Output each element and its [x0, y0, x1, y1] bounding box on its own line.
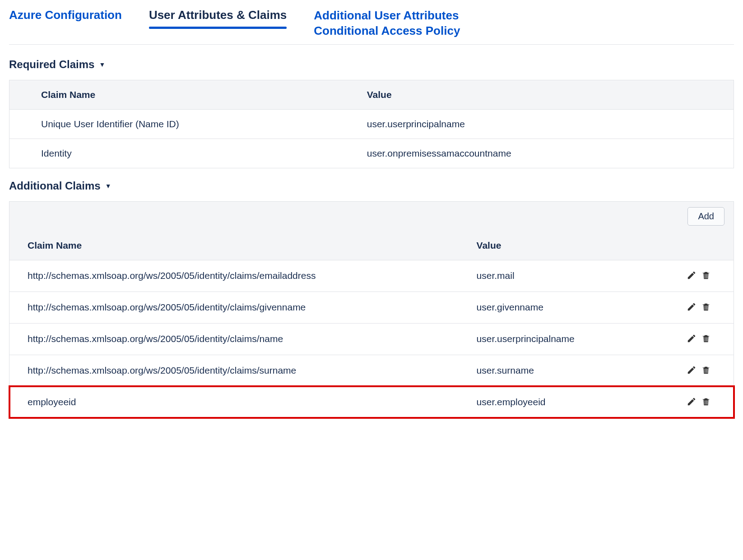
row-actions — [680, 260, 734, 292]
trash-icon — [701, 270, 711, 280]
delete-button[interactable] — [700, 364, 712, 376]
required-header-value: Value — [335, 80, 734, 109]
additional-claim-value: user.givenname — [459, 292, 680, 323]
row-actions — [680, 386, 734, 418]
delete-button[interactable] — [700, 396, 712, 407]
delete-button[interactable] — [700, 333, 712, 344]
edit-button[interactable] — [686, 301, 697, 313]
additional-claims-toggle[interactable]: Additional Claims ▼ — [9, 180, 734, 192]
edit-button[interactable] — [686, 269, 697, 281]
table-row: http://schemas.xmlsoap.org/ws/2005/05/id… — [9, 355, 734, 386]
edit-button[interactable] — [686, 396, 697, 407]
pencil-icon — [687, 397, 697, 407]
pencil-icon — [687, 302, 697, 312]
edit-button[interactable] — [686, 333, 697, 344]
required-claims-toggle[interactable]: Required Claims ▼ — [9, 58, 734, 71]
tab-bar: Azure Configuration User Attributes & Cl… — [9, 5, 734, 45]
table-row: http://schemas.xmlsoap.org/ws/2005/05/id… — [9, 260, 734, 292]
additional-claim-name: http://schemas.xmlsoap.org/ws/2005/05/id… — [9, 292, 459, 323]
trash-icon — [701, 397, 711, 407]
additional-claim-name: http://schemas.xmlsoap.org/ws/2005/05/id… — [9, 260, 459, 292]
table-row: Unique User Identifier (Name ID)user.use… — [9, 109, 734, 139]
delete-button[interactable] — [700, 301, 712, 313]
tab-additional-line-1: Additional User Attributes — [314, 8, 460, 23]
tab-user-attributes-claims[interactable]: User Attributes & Claims — [149, 5, 287, 28]
required-claim-name: Unique User Identifier (Name ID) — [9, 109, 335, 139]
additional-claim-value: user.surname — [459, 355, 680, 386]
add-button[interactable]: Add — [687, 207, 724, 226]
additional-header-value: Value — [459, 231, 680, 260]
required-claims-table: Claim Name Value Unique User Identifier … — [9, 80, 734, 168]
caret-down-icon: ▼ — [99, 61, 105, 68]
additional-claim-value: user.mail — [459, 260, 680, 292]
additional-claim-name: employeeid — [9, 386, 459, 418]
pencil-icon — [687, 365, 697, 375]
tab-additional-line-2: Conditional Access Policy — [314, 23, 460, 39]
additional-header-claim-name: Claim Name — [9, 231, 459, 260]
pencil-icon — [687, 270, 697, 280]
required-claim-value: user.userprincipalname — [335, 109, 734, 139]
required-claim-name: Identity — [9, 139, 335, 168]
trash-icon — [701, 302, 711, 312]
tab-azure-configuration[interactable]: Azure Configuration — [9, 5, 122, 28]
additional-claims-table: Add Claim Name Value http://schemas.xmls… — [9, 201, 734, 418]
delete-button[interactable] — [700, 269, 712, 281]
additional-claim-value: user.employeeid — [459, 386, 680, 418]
additional-claims-title: Additional Claims — [9, 180, 101, 192]
row-actions — [680, 292, 734, 323]
table-row: http://schemas.xmlsoap.org/ws/2005/05/id… — [9, 323, 734, 355]
required-header-claim-name: Claim Name — [9, 80, 335, 109]
additional-claim-name: http://schemas.xmlsoap.org/ws/2005/05/id… — [9, 323, 459, 355]
table-row: http://schemas.xmlsoap.org/ws/2005/05/id… — [9, 292, 734, 323]
additional-claim-name: http://schemas.xmlsoap.org/ws/2005/05/id… — [9, 355, 459, 386]
required-claim-value: user.onpremisessamaccountname — [335, 139, 734, 168]
row-actions — [680, 355, 734, 386]
table-row: Identityuser.onpremisessamaccountname — [9, 139, 734, 168]
pencil-icon — [687, 333, 697, 343]
required-claims-title: Required Claims — [9, 58, 94, 71]
table-row: employeeiduser.employeeid — [9, 386, 734, 418]
additional-claim-value: user.userprincipalname — [459, 323, 680, 355]
tab-additional-user-attributes[interactable]: Additional User Attributes Conditional A… — [314, 5, 460, 44]
trash-icon — [701, 365, 711, 375]
caret-down-icon: ▼ — [105, 182, 111, 190]
row-actions — [680, 323, 734, 355]
edit-button[interactable] — [686, 364, 697, 376]
trash-icon — [701, 333, 711, 343]
